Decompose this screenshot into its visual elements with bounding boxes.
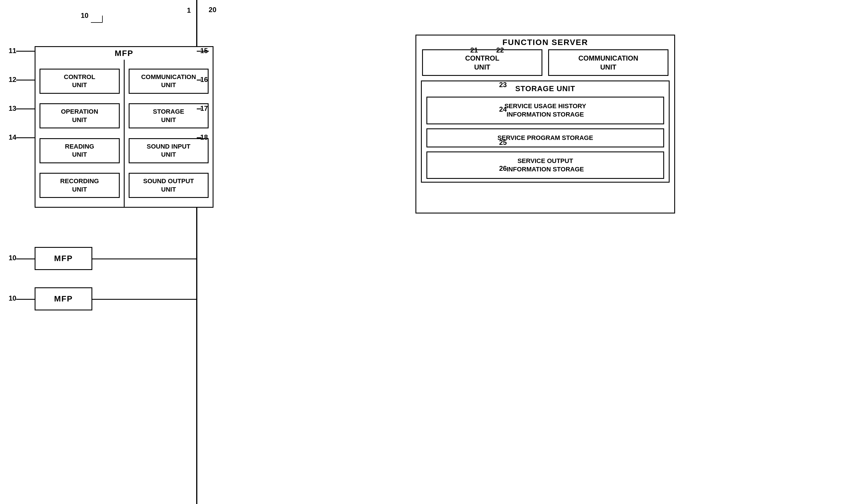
sound-input-unit: SOUND INPUTUNIT xyxy=(129,138,209,163)
storage-unit-mfp: STORAGEUNIT xyxy=(129,103,209,128)
hline-mfp2-right xyxy=(92,258,197,259)
mfp-inner: CONTROLUNIT OPERATIONUNIT READINGUNIT RE… xyxy=(35,60,213,207)
ref-1: 1 xyxy=(187,6,191,14)
ref-10-mfp3: 10 xyxy=(8,294,16,302)
operation-unit: OPERATIONUNIT xyxy=(39,103,120,128)
hline-16 xyxy=(197,79,201,80)
ref-10-main: 10 xyxy=(81,12,89,20)
hline-mfp2-left xyxy=(16,258,35,259)
fs-storage-inner: SERVICE USAGE HISTORYINFORMATION STORAGE… xyxy=(426,97,664,179)
communication-unit-fs: COMMUNICATIONUNIT xyxy=(548,49,668,76)
ref10-arrow xyxy=(91,14,108,23)
ref-25: 25 xyxy=(499,139,507,147)
ref-10-mfp2: 10 xyxy=(8,254,16,262)
ref-16: 16 xyxy=(200,76,208,84)
fs-top-row: CONTROLUNIT COMMUNICATIONUNIT xyxy=(416,49,674,76)
ref-17: 17 xyxy=(200,105,208,112)
diagram-container: 1 10 MFP CONTROLUNIT OPERATIONUNIT READI… xyxy=(0,0,843,504)
ref-14: 14 xyxy=(8,133,16,141)
function-server-box: FUNCTION SERVER CONTROLUNIT COMMUNICATIO… xyxy=(415,35,675,214)
hline-fs-top xyxy=(197,51,209,52)
mfp-left-col: CONTROLUNIT OPERATIONUNIT READINGUNIT RE… xyxy=(35,60,125,207)
storage-row-2: SERVICE PROGRAM STORAGE xyxy=(426,128,664,148)
hline-mfp3-left xyxy=(16,299,35,300)
service-output-storage: SERVICE OUTPUTINFORMATION STORAGE xyxy=(426,151,664,179)
storage-row-3: SERVICE OUTPUTINFORMATION STORAGE xyxy=(426,151,664,179)
ref-12: 12 xyxy=(8,76,16,84)
storage-unit-fs: STORAGE UNIT SERVICE USAGE HISTORYINFORM… xyxy=(421,80,669,183)
mfp-detail-box: MFP CONTROLUNIT OPERATIONUNIT READINGUNI… xyxy=(35,46,214,208)
ref-13: 13 xyxy=(8,105,16,112)
communication-unit-mfp: COMMUNICATIONUNIT xyxy=(129,69,209,94)
ref-24: 24 xyxy=(499,105,507,113)
storage-row-1: SERVICE USAGE HISTORYINFORMATION STORAGE xyxy=(426,97,664,124)
ref-23: 23 xyxy=(499,81,507,89)
recording-unit: RECORDINGUNIT xyxy=(39,173,120,198)
ref-22: 22 xyxy=(496,46,504,54)
small-mfp-3: MFP xyxy=(35,287,92,310)
hline-12 xyxy=(16,79,35,80)
ref-11: 11 xyxy=(8,47,16,55)
ref-18: 18 xyxy=(200,133,208,141)
mfp-title: MFP xyxy=(35,47,213,60)
hline-18 xyxy=(197,137,201,138)
fs-storage-title: STORAGE UNIT xyxy=(426,84,664,93)
hline-11 xyxy=(16,51,35,52)
control-unit: CONTROLUNIT xyxy=(39,69,120,94)
service-usage-history: SERVICE USAGE HISTORYINFORMATION STORAGE xyxy=(426,97,664,124)
mfp-right-col: COMMUNICATIONUNIT STORAGEUNIT SOUND INPU… xyxy=(125,60,213,207)
hline-13 xyxy=(16,108,35,109)
ref-26: 26 xyxy=(499,164,507,173)
reading-unit: READINGUNIT xyxy=(39,138,120,163)
hline-14 xyxy=(16,137,35,138)
control-unit-fs: CONTROLUNIT xyxy=(422,49,542,76)
ref-20: 20 xyxy=(209,6,216,14)
service-program-storage: SERVICE PROGRAM STORAGE xyxy=(426,128,664,148)
small-mfp-2: MFP xyxy=(35,247,92,270)
fs-title: FUNCTION SERVER xyxy=(416,35,674,49)
hline-mfp3-right xyxy=(92,299,197,300)
sound-output-unit: SOUND OUTPUTUNIT xyxy=(129,173,209,198)
ref-21: 21 xyxy=(470,46,478,54)
hline-17 xyxy=(197,108,201,109)
